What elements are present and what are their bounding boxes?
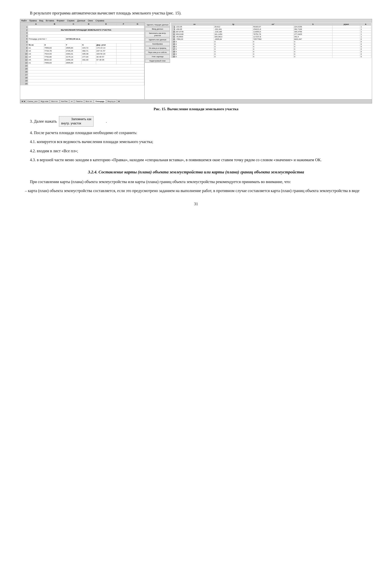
right-row: 11209,6166181,145476752,76277,04291 xyxy=(171,33,371,36)
tab-arrow-right[interactable]: ► xyxy=(24,100,26,102)
para-3-start: 3. Далее нажать xyxy=(20,118,57,125)
tab-zhur[interactable]: Жур.изм xyxy=(39,100,50,103)
tab-bar: ◄ ► Скены_кол Жур.изм Все пл. КатПис нт … xyxy=(20,99,372,103)
right-row: 1400000 xyxy=(171,41,371,43)
section-heading: 3.2.4. Составление карты (плана) объекта… xyxy=(20,169,372,175)
right-row: 13-7956,03-2695,64705775928401,0470 xyxy=(171,38,371,41)
tab-pikety[interactable]: Пикеты xyxy=(74,100,84,103)
enter-data-button[interactable]: Ввод данных xyxy=(145,27,170,31)
para-4-3: 4.3. в верхней части меню заходим в кате… xyxy=(20,157,372,163)
calibration-button[interactable]: Калибровка xyxy=(145,42,170,46)
tab-skeny[interactable]: Скены_кол xyxy=(26,100,39,103)
dash-item-1: – карта (план) объекта землеустройства с… xyxy=(20,188,372,194)
spreadsheet-content: A B C D E F G 1 2ВЫЧИСЛЕНИЯ ПЛОЩАДИ ЗЕМЕ… xyxy=(20,22,372,99)
menubar: Файл Правка Вид Вставка Формат Сервис Да… xyxy=(20,19,372,22)
spreadsheet-figure: Файл Правка Вид Вставка Формат Сервис Да… xyxy=(20,19,372,103)
delete-all-button[interactable]: Удалить все данные xyxy=(145,38,170,42)
tab-vnutr[interactable]: Внутр.уч xyxy=(106,100,117,103)
para-4-2: 4.2. входим в лист «Все пл»; xyxy=(20,148,372,154)
cadastral-plan-button[interactable]: Кадастровый план xyxy=(145,59,170,63)
right-row: 10267,8735-218,168119353,4345,47561 xyxy=(171,31,371,33)
right-row: 8-222,0529,61250163,07224,01581 xyxy=(171,26,371,28)
side-panel: Удалить текущие данные Ввод данных Запол… xyxy=(145,22,372,99)
intro-paragraph: В результате программа автоматически выч… xyxy=(20,10,372,16)
data-grid: A B C D E F G 1 2ВЫЧИСЛЕНИЯ ПЛОЩАДИ ЗЕМЕ… xyxy=(20,22,144,85)
accounting-button[interactable]: Учет. картица xyxy=(145,55,170,58)
tab-vsepla2[interactable]: Все пл. xyxy=(84,100,94,103)
right-row: 1600000 xyxy=(171,46,371,48)
tab-vsepla[interactable]: Все пл. xyxy=(50,100,59,103)
right-row: 1900000 xyxy=(171,53,371,55)
main-grid: A B C D E F G 1 2ВЫЧИСЛЕНИЯ ПЛОЩАДИ ЗЕМЕ… xyxy=(20,22,145,99)
right-row: 1500000 xyxy=(171,43,371,46)
delete-current-button[interactable]: Удалить текущие данные xyxy=(145,23,170,27)
tab-ht[interactable]: нт xyxy=(69,100,74,103)
page-number: 31 xyxy=(20,202,372,206)
land-elem-button[interactable]: Эл.зем.уч.и прирещ xyxy=(145,46,170,50)
right-row: 12-45,6903339,3613117237,8342,41 xyxy=(171,36,371,38)
side-buttons: Удалить текущие данные Ввод данных Запол… xyxy=(145,23,170,99)
para-3: 3. Далее нажать Запомнить как внутр. уча… xyxy=(20,116,372,127)
para-4-1: 4.1. копируется вся ведомость вычисления… xyxy=(20,139,372,145)
tab-katpis[interactable]: КатПис xyxy=(60,100,69,103)
figure-caption: Рис. 15. Вычисление площади земельного у… xyxy=(20,107,372,111)
para-4: 4. После расчета площади площадки необхо… xyxy=(20,130,372,136)
right-row: 2000000 xyxy=(171,55,371,58)
section-para-1: При составлении карты (плана) объекта зе… xyxy=(20,179,372,185)
perp-button[interactable]: Перп.зем.уч.и собств. xyxy=(145,51,170,54)
right-data-grid: cx Jy cx² S угрол A 8-222,0529,61250163,… xyxy=(171,23,371,99)
right-row: 1800000 xyxy=(171,51,371,53)
tab-ploshad[interactable]: Площадь xyxy=(94,100,106,103)
right-row: 9-209,95-331,941154221,6392,71061 xyxy=(171,28,371,31)
save-button-inline[interactable]: Запомнить как внутр. участок xyxy=(59,116,94,127)
fill-inner-button[interactable]: Заполнить как внтр. участок xyxy=(145,31,170,37)
fig-num-label: Рис. 15. Вычисление площади земельного у… xyxy=(154,107,238,111)
para-3-end: . xyxy=(96,118,107,125)
tab-arrow-left[interactable]: ◄ xyxy=(21,100,23,102)
right-row: 1700000 xyxy=(171,48,371,51)
